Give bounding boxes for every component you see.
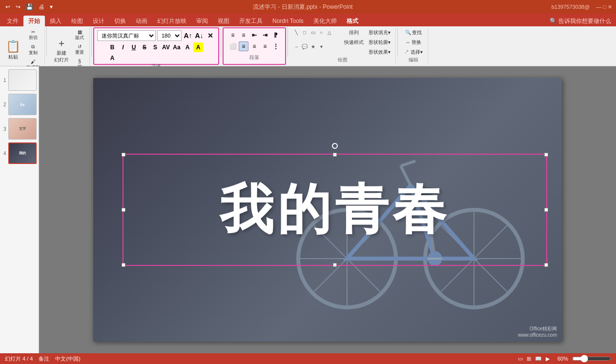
highlight-button[interactable]: A bbox=[193, 42, 203, 52]
tab-developer[interactable]: 开发工具 bbox=[234, 16, 267, 26]
font-size-decrease[interactable]: A↓ bbox=[194, 31, 204, 40]
window-controls[interactable]: — □ ✕ bbox=[596, 4, 612, 10]
separator-5 bbox=[397, 27, 398, 57]
shadow-button[interactable]: S bbox=[150, 42, 160, 52]
callout-shape[interactable]: 💬 bbox=[301, 43, 308, 51]
shape-effect-button[interactable]: 形状效果▾ bbox=[367, 48, 392, 57]
align-center-button[interactable]: ≡ bbox=[239, 41, 248, 51]
shape-fill-button[interactable]: 形状填充▾ bbox=[367, 28, 392, 37]
more-shapes[interactable]: ▾ bbox=[317, 43, 325, 51]
title-bar: ↩ ↪ 💾 🖨 ▾ 流述学习 - 日新消夏.pptx - PowerPoint … bbox=[0, 0, 616, 14]
ribbon-content: 📋 粘贴 ✂ 剪切 ⧉ 复制 🖌 格式刷 剪贴板 bbox=[0, 26, 616, 66]
zoom-slider[interactable] bbox=[572, 355, 611, 363]
slide-3-wrapper: 3 文字 bbox=[2, 118, 37, 140]
layout-button[interactable]: ▦ 版式 bbox=[73, 28, 86, 42]
slide-thumbnail-3[interactable]: 文字 bbox=[8, 118, 37, 140]
tab-insert[interactable]: 插入 bbox=[45, 16, 66, 26]
columns-button[interactable]: ⋮ bbox=[271, 41, 281, 51]
underline-button[interactable]: U bbox=[129, 42, 139, 52]
tab-design[interactable]: 设计 bbox=[88, 16, 109, 26]
quick-styles-button[interactable]: 快速样式 bbox=[342, 38, 366, 47]
main-text: 我的青春 bbox=[123, 155, 546, 265]
rotate-handle[interactable] bbox=[332, 143, 338, 149]
clear-format[interactable]: ✕ bbox=[205, 31, 215, 40]
reset-button[interactable]: ↺ 重置 bbox=[73, 43, 86, 57]
ellipse-shape[interactable]: ○ bbox=[317, 28, 325, 36]
font-group: 迷你简汉真广标 180 A↑ A↓ ✕ B I U S S AV Aa A A … bbox=[93, 27, 219, 65]
title-bar-left: ↩ ↪ 💾 🖨 ▾ bbox=[4, 3, 54, 11]
italic-button[interactable]: I bbox=[118, 42, 128, 52]
zoom-level: 60% bbox=[557, 356, 568, 362]
quick-print-button[interactable]: 🖨 bbox=[37, 3, 46, 11]
text-direction-button[interactable]: ⁋ bbox=[271, 30, 281, 40]
line-shape[interactable]: ╲ bbox=[292, 28, 300, 36]
paste-button[interactable]: 📋 粘贴 bbox=[3, 35, 23, 66]
status-bar: 幻灯片 4 / 4 备注 中文(中国) ▭ ⊞ 📖 ▶ 60% bbox=[0, 353, 616, 364]
select-button[interactable]: ↗ 选择▾ bbox=[402, 48, 425, 57]
tab-beautify[interactable]: 美化大师 bbox=[308, 16, 342, 26]
list-number-button[interactable]: ≡ bbox=[239, 30, 248, 40]
notes-button[interactable]: 备注 bbox=[39, 355, 49, 363]
tab-animations[interactable]: 动画 bbox=[131, 16, 152, 26]
slide-panel: 1 2 Ea 3 文字 4 我的 bbox=[0, 66, 39, 353]
tab-file[interactable]: 文件 bbox=[2, 16, 23, 26]
star-shape[interactable]: ★ bbox=[309, 43, 317, 51]
list-bullet-button[interactable]: ≡ bbox=[228, 30, 238, 40]
increase-indent-button[interactable]: ⇥ bbox=[260, 30, 270, 40]
slide-thumbnail-4[interactable]: 我的 bbox=[8, 142, 37, 164]
round-rect-shape[interactable]: ▭ bbox=[309, 28, 317, 36]
new-slide-button[interactable]: ＋ 新建 幻灯片 bbox=[51, 34, 72, 65]
paragraph-group: ≡ ≡ ⇤ ⇥ ⁋ ⬜ ≡ ≡ ≡ ⋮ 段落 bbox=[223, 27, 286, 65]
slides-group: ＋ 新建 幻灯片 ▦ 版式 ↺ 重置 § 节 幻灯片 bbox=[48, 27, 90, 65]
tab-review[interactable]: 审阅 bbox=[191, 16, 213, 26]
font-size-increase[interactable]: A↑ bbox=[183, 31, 193, 40]
font-family-select[interactable]: 迷你简汉真广标 bbox=[97, 30, 156, 41]
tab-format[interactable]: 格式 bbox=[342, 16, 363, 26]
redo-button[interactable]: ↪ bbox=[14, 3, 22, 11]
bold-button[interactable]: B bbox=[107, 42, 117, 52]
align-justify-button[interactable]: ≡ bbox=[260, 41, 270, 51]
font-size-select[interactable]: 180 bbox=[157, 30, 182, 41]
align-right-button[interactable]: ≡ bbox=[249, 41, 259, 51]
separator-3 bbox=[221, 27, 221, 57]
arrange-button[interactable]: 排列 bbox=[342, 28, 366, 37]
slideshow-button[interactable]: ▶ bbox=[546, 356, 550, 362]
arrow-shape[interactable]: → bbox=[292, 43, 300, 51]
tab-draw[interactable]: 绘图 bbox=[66, 16, 88, 26]
slide-sorter-button[interactable]: ⊞ bbox=[527, 356, 531, 362]
separator-4 bbox=[287, 27, 288, 57]
strikethrough-button[interactable]: S bbox=[140, 42, 149, 52]
tab-home[interactable]: 开始 bbox=[23, 16, 45, 26]
text-box[interactable]: 我的青春 bbox=[123, 154, 547, 266]
cut-button[interactable]: ✂ 剪切 bbox=[24, 28, 41, 42]
separator-2 bbox=[91, 27, 92, 57]
rect-shape[interactable]: □ bbox=[301, 28, 308, 36]
change-case-button[interactable]: Aa bbox=[172, 42, 182, 52]
reading-view-button[interactable]: 📖 bbox=[535, 356, 542, 362]
tab-slideshow[interactable]: 幻灯片放映 bbox=[152, 16, 191, 26]
save-button[interactable]: 💾 bbox=[24, 3, 35, 11]
font-color-button[interactable]: A bbox=[183, 42, 192, 52]
slide-thumbnail-1[interactable] bbox=[8, 69, 37, 91]
customize-button[interactable]: ▾ bbox=[48, 3, 54, 11]
tab-search[interactable]: 🔍 告诉我你想要做什么 bbox=[545, 16, 616, 26]
tab-view[interactable]: 视图 bbox=[213, 16, 234, 26]
decrease-indent-button[interactable]: ⇤ bbox=[249, 30, 259, 40]
shape-outline-button[interactable]: 形状轮廓▾ bbox=[367, 38, 392, 47]
username: b1397573038@ bbox=[552, 4, 590, 10]
normal-view-button[interactable]: ▭ bbox=[518, 356, 523, 362]
find-button[interactable]: 🔍 查找 bbox=[403, 28, 424, 37]
replace-button[interactable]: ↔ 替换 bbox=[404, 38, 424, 47]
slide-thumbnail-2[interactable]: Ea bbox=[8, 94, 37, 115]
reset-icon: ↺ bbox=[78, 44, 82, 49]
quick-access-toolbar: ↩ ↪ 💾 🖨 ▾ bbox=[4, 3, 54, 11]
font-color2-button[interactable]: A bbox=[107, 53, 117, 63]
undo-button[interactable]: ↩ bbox=[4, 3, 12, 11]
copy-button[interactable]: ⧉ 复制 bbox=[24, 43, 41, 57]
tab-nordri[interactable]: Nordri Tools bbox=[267, 16, 308, 26]
tab-transitions[interactable]: 切换 bbox=[109, 16, 131, 26]
align-left-button[interactable]: ⬜ bbox=[228, 41, 238, 51]
paragraph-group-label: 段落 bbox=[249, 54, 259, 62]
char-spacing-button[interactable]: AV bbox=[161, 42, 171, 52]
triangle-shape[interactable]: △ bbox=[326, 28, 333, 36]
